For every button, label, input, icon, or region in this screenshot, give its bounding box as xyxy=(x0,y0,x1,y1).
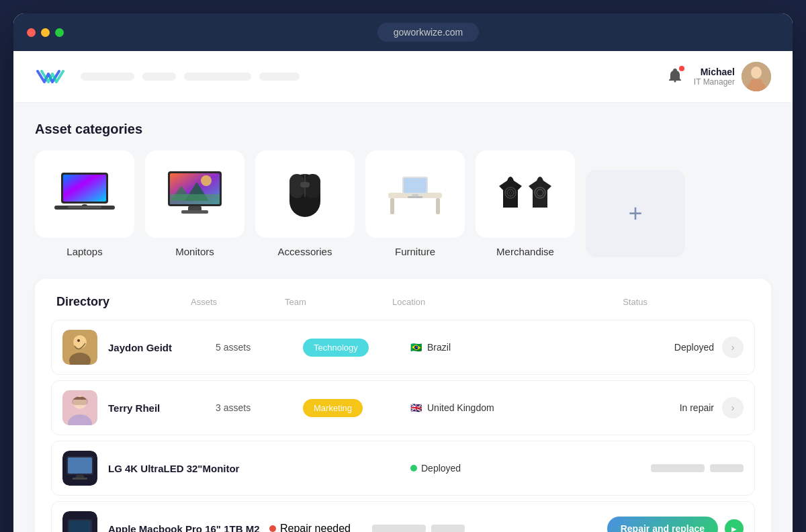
laptops-illustration xyxy=(48,167,122,221)
close-button[interactable] xyxy=(27,28,36,37)
notifications-button[interactable] xyxy=(667,67,683,86)
category-label-accessories: Accessories xyxy=(278,246,332,257)
directory-header: Directory Assets Team Location Status xyxy=(51,295,755,309)
nav-right: Michael IT Manager xyxy=(667,62,771,91)
row-location-terry: 🇬🇧 United Kingdom xyxy=(410,402,538,413)
directory-section: Directory Assets Team Location Status xyxy=(35,279,771,532)
row-location-jaydon: 🇧🇷 Brazil xyxy=(410,342,538,353)
bar-narrow-monitor xyxy=(710,464,744,472)
svg-point-0 xyxy=(674,81,676,83)
row-name-macbook: Apple Macbook Pro 16" 1TB M2 xyxy=(108,523,269,533)
category-card-accessories[interactable] xyxy=(255,150,355,238)
user-info: Michael IT Manager xyxy=(694,62,771,91)
category-card-monitors[interactable] xyxy=(145,150,244,238)
play-button[interactable]: ▶ xyxy=(725,519,744,532)
user-role: IT Manager xyxy=(694,77,735,87)
avatar-monitor xyxy=(62,451,97,486)
avatar-terry xyxy=(62,390,97,425)
svg-rect-25 xyxy=(436,198,440,214)
col-header-status: Status xyxy=(527,297,647,307)
category-card-furniture[interactable] xyxy=(365,150,465,238)
svg-rect-4 xyxy=(751,79,762,91)
column-headers: Assets Team Location Status xyxy=(191,297,750,307)
row-name-terry: Terry Rheil xyxy=(108,402,216,414)
svg-rect-9 xyxy=(68,206,101,208)
title-bar: goworkwize.com xyxy=(13,13,793,51)
team-badge-tech: Technology xyxy=(303,339,369,357)
table-row[interactable]: Jaydon Geidt 5 assets Technology 🇧🇷 Braz… xyxy=(51,320,755,375)
svg-rect-50 xyxy=(69,521,91,532)
svg-point-38 xyxy=(77,339,80,342)
col-header-location: Location xyxy=(392,297,527,307)
team-badge-marketing: Marketing xyxy=(303,399,363,417)
table-row[interactable]: Terry Rheil 3 assets Marketing 🇬🇧 United… xyxy=(51,380,755,435)
monitor-bars xyxy=(651,464,744,472)
svg-rect-29 xyxy=(408,196,422,198)
flag-brazil: 🇧🇷 xyxy=(410,342,422,353)
location-name-jaydon: Brazil xyxy=(427,342,451,353)
merchandise-illustration xyxy=(488,167,562,221)
repair-actions: Repair and replace ▶ xyxy=(607,517,744,532)
main-content: Asset categories xyxy=(13,103,793,532)
svg-rect-47 xyxy=(73,478,87,480)
row-assets-jaydon: 5 assets xyxy=(216,342,303,353)
row-status-terry: In repair › xyxy=(538,397,744,418)
location-name-terry: United Kingdom xyxy=(427,402,494,413)
dot-green-monitor xyxy=(410,465,417,472)
logo[interactable] xyxy=(35,66,64,87)
svg-point-2 xyxy=(751,66,762,79)
status-text-jaydon: Deployed xyxy=(674,342,714,353)
nav-pill-1[interactable] xyxy=(81,73,134,81)
svg-rect-27 xyxy=(404,178,427,193)
svg-rect-16 xyxy=(170,194,220,204)
status-arrow-jaydon[interactable]: › xyxy=(722,337,744,358)
category-label-furniture: Furniture xyxy=(395,246,435,257)
category-item-furniture: Furniture xyxy=(365,150,465,257)
row-team-terry: Marketing xyxy=(303,399,410,417)
status-arrow-terry[interactable]: › xyxy=(722,397,744,418)
nav-left xyxy=(35,66,300,87)
nav-pill-4[interactable] xyxy=(259,73,300,81)
flag-uk: 🇬🇧 xyxy=(410,402,422,413)
url-bar: goworkwize.com xyxy=(77,23,779,42)
svg-rect-45 xyxy=(68,457,92,474)
accessories-illustration xyxy=(268,167,342,221)
status-text-monitor: Deployed xyxy=(421,463,461,474)
add-category-icon: + xyxy=(628,200,642,228)
row-name-monitor: LG 4K UltraLED 32"Monitor xyxy=(108,463,256,474)
row-team-jaydon: Technology xyxy=(303,339,410,357)
macbook-bars xyxy=(372,525,465,532)
category-label-merchandise: Merchandise xyxy=(496,246,554,257)
category-card-add[interactable]: + xyxy=(586,170,685,257)
monitors-illustration xyxy=(158,167,232,221)
nav-pill-2[interactable] xyxy=(142,73,176,81)
nav-pill-3[interactable] xyxy=(184,73,251,81)
table-row[interactable]: LG 4K UltraLED 32"Monitor Deployed xyxy=(51,441,755,496)
status-text-terry: In repair xyxy=(680,402,714,413)
maximize-button[interactable] xyxy=(55,28,64,37)
notification-dot xyxy=(679,66,684,71)
svg-rect-22 xyxy=(300,182,310,187)
svg-rect-13 xyxy=(181,210,208,214)
minimize-button[interactable] xyxy=(41,28,50,37)
repair-and-replace-button[interactable]: Repair and replace xyxy=(607,517,718,532)
table-row[interactable]: Apple Macbook Pro 16" 1TB M2 Repair need… xyxy=(51,501,755,532)
row-status-jaydon: Deployed › xyxy=(538,337,744,358)
dot-red-macbook xyxy=(269,525,276,532)
directory-rows: Jaydon Geidt 5 assets Technology 🇧🇷 Braz… xyxy=(51,320,755,532)
nav-bar: Michael IT Manager xyxy=(13,51,793,103)
svg-rect-6 xyxy=(63,175,106,202)
category-card-merchandise[interactable] xyxy=(476,150,575,238)
category-item-add: + xyxy=(586,170,685,257)
status-dot-red-macbook: Repair needed xyxy=(269,523,351,532)
url-display[interactable]: goworkwize.com xyxy=(377,23,479,42)
macbook-status-row: Repair needed Repair and replace ▶ xyxy=(269,517,744,532)
avatar[interactable] xyxy=(742,62,771,91)
category-card-laptops[interactable] xyxy=(35,150,134,238)
nav-pills xyxy=(81,73,300,81)
bar-wide-macbook xyxy=(372,525,426,532)
col-header-assets: Assets xyxy=(191,297,285,307)
asset-categories-title: Asset categories xyxy=(35,122,771,137)
user-text: Michael IT Manager xyxy=(694,66,735,87)
svg-rect-24 xyxy=(390,198,394,214)
